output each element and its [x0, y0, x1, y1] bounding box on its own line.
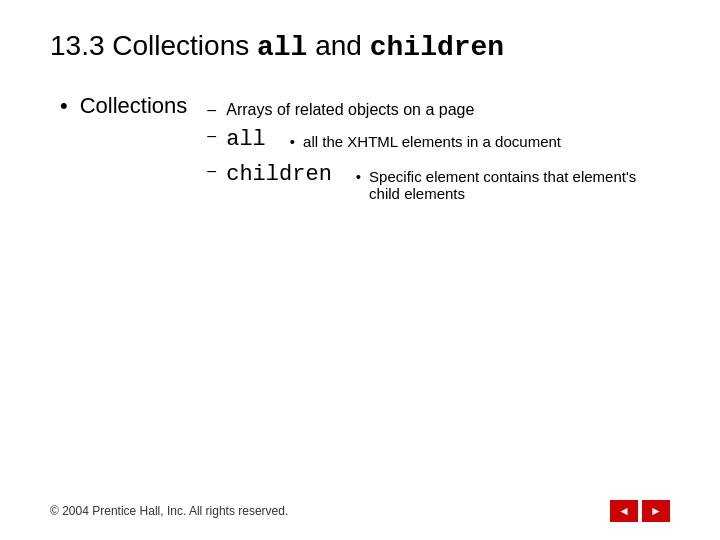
sub-item-2-text: all	[226, 127, 266, 152]
sub-item-3: children Specific element contains that …	[207, 162, 670, 206]
sub-sub-item-1: all the XHTML elements in a document	[290, 133, 561, 150]
title-mono1: all	[257, 32, 307, 63]
prev-button[interactable]: ◄	[610, 500, 638, 522]
collections-label: Collections	[80, 93, 188, 119]
slide-title: 13.3 Collections all and children	[50, 30, 670, 63]
sub-bullet-list: Arrays of related objects on a page all …	[187, 101, 670, 214]
sub-item-2: all all the XHTML elements in a document	[207, 127, 670, 154]
main-bullet-list: Collections Arrays of related objects on…	[60, 93, 670, 214]
sub-item-1: Arrays of related objects on a page	[207, 101, 670, 119]
sub-sub-list-all: all the XHTML elements in a document	[266, 133, 561, 154]
sub-item-3-text: children	[226, 162, 332, 187]
slide: 13.3 Collections all and children Collec…	[0, 0, 720, 540]
sub-item-1-text: Arrays of related objects on a page	[226, 101, 474, 119]
footer-copyright: © 2004 Prentice Hall, Inc. All rights re…	[50, 504, 288, 518]
next-button[interactable]: ►	[642, 500, 670, 522]
sub-sub-item-2-text: Specific element contains that element's…	[369, 168, 670, 202]
title-prefix: 13.3 Collections	[50, 30, 257, 61]
collections-bullet: Collections Arrays of related objects on…	[60, 93, 670, 214]
sub-sub-item-1-text: all the XHTML elements in a document	[303, 133, 561, 150]
footer-navigation: ◄ ►	[610, 500, 670, 522]
title-mono2: children	[370, 32, 504, 63]
sub-sub-list-children: Specific element contains that element's…	[332, 168, 670, 206]
main-content: Collections Arrays of related objects on…	[50, 93, 670, 214]
title-middle: and	[307, 30, 369, 61]
sub-sub-item-2: Specific element contains that element's…	[356, 168, 670, 202]
slide-footer: © 2004 Prentice Hall, Inc. All rights re…	[50, 500, 670, 522]
